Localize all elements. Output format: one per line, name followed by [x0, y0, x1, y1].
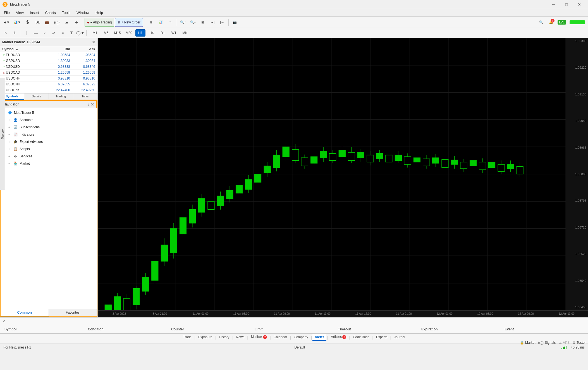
close-button[interactable]: ✕: [573, 0, 586, 9]
crosshair-btn[interactable]: ⊕: [147, 18, 156, 27]
market-icon: 🔒: [520, 341, 524, 345]
nav-item-subscriptions[interactable]: + 🔄 Subscriptions: [1, 124, 97, 131]
tf-btn-d1[interactable]: D1: [158, 29, 168, 37]
candlestick-btn[interactable]: 📊: [156, 18, 165, 27]
bot-tab-code-base[interactable]: Code Base: [351, 334, 372, 341]
chart-canvas[interactable]: [98, 38, 566, 310]
screenshot-btn[interactable]: 📷: [230, 18, 239, 27]
vertical-line-tool[interactable]: |: [23, 29, 31, 37]
signals-btn[interactable]: ((·)) Signals: [538, 341, 556, 345]
mw-row-usdczk[interactable]: ↘ USDCZK 22.47400 22.49750: [0, 87, 97, 93]
tf-btn-m30[interactable]: M30: [124, 29, 134, 37]
back-forward-btn[interactable]: ◄▼: [2, 18, 11, 27]
minimize-button[interactable]: ─: [547, 0, 560, 9]
nav-item-metatrader-5[interactable]: 🔷 MetaTrader 5: [1, 109, 97, 116]
nav-bottom-tab-favorites[interactable]: Favorites: [49, 309, 97, 316]
deposit-btn[interactable]: 💼: [43, 18, 52, 27]
line-chart-btn[interactable]: 〰: [166, 18, 175, 27]
chart-mode-btn[interactable]: 📊▼: [12, 18, 22, 27]
mw-tab-trading[interactable]: Trading: [49, 93, 73, 100]
nav-item-services[interactable]: + ⚙ Services: [1, 153, 97, 160]
ide-btn[interactable]: IDE: [33, 18, 42, 27]
tester-btn[interactable]: ⚙ Tester: [572, 341, 586, 345]
cloud-btn[interactable]: ☁: [62, 18, 71, 27]
menu-item-file[interactable]: File: [1, 10, 13, 16]
mw-tab-ticks[interactable]: Ticks: [73, 93, 97, 100]
bot-tab-experts[interactable]: Experts: [374, 334, 390, 341]
algo-trading-btn[interactable]: ● ● Algo Trading: [85, 18, 114, 27]
mw-row-eurusd[interactable]: ↗ EURUSD 1.08684 1.08684: [0, 52, 97, 58]
separator-btn[interactable]: |←: [218, 18, 227, 27]
text-tool[interactable]: T: [67, 29, 76, 37]
time-label: 8 Apr 21:00: [140, 312, 180, 315]
bot-tab-articles[interactable]: Articles5: [329, 334, 348, 341]
mw-row-usdchf[interactable]: ↘ USDCHF 0.93310 0.93310: [0, 76, 97, 81]
zoom-out-btn[interactable]: 🔍-: [188, 18, 197, 27]
nav-item-expert-advisors[interactable]: + 🎓 Expert Advisors: [1, 138, 97, 145]
nav-item-accounts[interactable]: + 👤 Accounts: [1, 116, 97, 124]
menu-item-help[interactable]: Help: [93, 10, 106, 16]
cursor-tool[interactable]: ↖: [2, 29, 10, 37]
notifications-btn[interactable]: 🔔 1: [546, 18, 555, 27]
nav-item-scripts[interactable]: + 📋 Scripts: [1, 145, 97, 153]
bot-tab-news[interactable]: News: [234, 334, 247, 341]
market-btn[interactable]: 🔒 Market: [520, 341, 536, 345]
menu-item-insert[interactable]: Insert: [27, 10, 42, 16]
tf-btn-mn[interactable]: MN: [180, 29, 190, 37]
time-scale: 8 Apr 20228 Apr 21:0011 Apr 01:0011 Apr …: [98, 310, 588, 317]
bot-tab-mailbox[interactable]: Mailbox7: [249, 334, 269, 341]
alerts-close-btn[interactable]: ✕: [0, 319, 8, 323]
tf-btn-w1[interactable]: W1: [169, 29, 179, 37]
level-btn[interactable]: LVL: [556, 18, 567, 27]
nav-close-btn[interactable]: ✕: [91, 102, 94, 107]
mw-row-gbpusd[interactable]: ↗ GBPUSD 1.30033 1.30034: [0, 58, 97, 64]
svg-rect-102: [451, 160, 458, 164]
radio-btn[interactable]: ((·)): [52, 18, 61, 27]
smarttrade-btn[interactable]: ⊕: [72, 18, 81, 27]
nav-scroll-down-btn[interactable]: ↓: [88, 102, 90, 107]
menu-item-charts[interactable]: Charts: [42, 10, 58, 16]
search-btn[interactable]: 🔍: [537, 18, 546, 27]
tf-btn-m15[interactable]: M15: [112, 29, 123, 37]
trend-line-tool[interactable]: ⟋: [40, 29, 49, 37]
maximize-button[interactable]: □: [560, 0, 573, 9]
nav-bottom-tab-common[interactable]: Common: [1, 309, 49, 316]
tf-btn-m5[interactable]: M5: [101, 29, 111, 37]
mw-row-nzdusd[interactable]: ↗ NZDUSD 0.68338 0.68346: [0, 64, 97, 70]
bot-tab-journal[interactable]: Journal: [392, 334, 407, 341]
tab-sep: |: [372, 335, 374, 340]
nav-item-market[interactable]: + 🏪 Market: [1, 160, 97, 167]
bot-tab-history[interactable]: History: [217, 334, 231, 341]
bot-tab-exposure[interactable]: Exposure: [196, 334, 215, 341]
bot-tab-alerts[interactable]: Alerts: [312, 334, 326, 341]
zoom-in-btn[interactable]: 🔍+: [179, 18, 188, 27]
mw-row-usdcnh[interactable]: ↗ USDCNH 6.37655 6.37822: [0, 81, 97, 87]
menu-item-window[interactable]: Window: [74, 10, 92, 16]
mw-symbol: GBPUSD: [6, 59, 45, 63]
tf-btn-m1[interactable]: M1: [90, 29, 100, 37]
shapes-tool[interactable]: ◯▼: [76, 29, 85, 37]
time-label: 11 Apr 05:00: [221, 312, 262, 315]
menu-item-tools[interactable]: Tools: [59, 10, 73, 16]
menu-item-view[interactable]: View: [13, 10, 27, 16]
nav-item-indicators[interactable]: + 📈 Indicators: [1, 131, 97, 138]
bot-tab-calendar[interactable]: Calendar: [271, 334, 290, 341]
channel-tool[interactable]: ⫻: [49, 29, 58, 37]
vps-btn[interactable]: ☁ VPS: [558, 341, 570, 345]
tf-btn-h4[interactable]: H4: [147, 29, 157, 37]
bot-tab-company[interactable]: Company: [291, 334, 310, 341]
retracement-tool[interactable]: ≡: [58, 29, 67, 37]
svg-rect-40: [161, 245, 168, 261]
algo-dot: ●: [87, 20, 89, 25]
crosshair-tool[interactable]: ✛: [11, 29, 19, 37]
mw-tab-details[interactable]: Details: [24, 93, 49, 100]
balance-btn[interactable]: $: [23, 18, 32, 27]
mw-row-usdcad[interactable]: ↘ USDCAD 1.26559 1.26559: [0, 70, 97, 76]
horizontal-line-tool[interactable]: —: [32, 29, 40, 37]
split-screen-btn[interactable]: ⊞: [198, 18, 207, 27]
mw-close-btn[interactable]: ✕: [92, 40, 95, 44]
scroll-right-btn[interactable]: →|: [208, 18, 217, 27]
tf-btn-h1[interactable]: H1: [135, 29, 145, 37]
bot-tab-trade[interactable]: Trade: [181, 334, 194, 341]
new-order-btn[interactable]: ⊕ + New Order: [115, 18, 143, 27]
